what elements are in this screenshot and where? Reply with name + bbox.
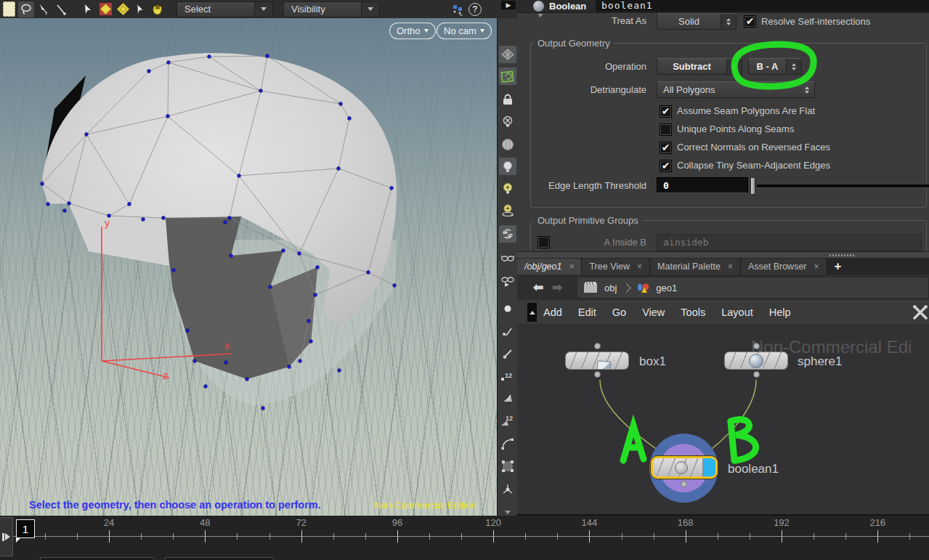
new-page-icon[interactable] — [1, 1, 17, 17]
lighting-bulb-icon[interactable] — [499, 158, 516, 175]
select-mode-arrow[interactable] — [254, 2, 272, 17]
assume-flat-checkbox[interactable]: ✔ — [660, 105, 672, 118]
edge-length-slider-track[interactable] — [757, 184, 929, 188]
box1-label[interactable]: box1 — [639, 354, 666, 369]
material-sphere-icon[interactable] — [499, 136, 516, 153]
menu-scroll-up[interactable] — [527, 303, 537, 322]
tab-material-palette[interactable]: Material Palette × — [650, 259, 741, 275]
line-select-icon[interactable] — [53, 1, 69, 17]
menu-add[interactable]: Add — [543, 307, 562, 318]
normals-icon[interactable] — [499, 481, 516, 498]
detriangulate-label: Detriangulate — [458, 81, 646, 99]
view-glasses-icon[interactable] — [499, 249, 516, 267]
treat-as-spinner[interactable] — [721, 14, 736, 29]
add-light-target-icon[interactable] — [499, 202, 516, 219]
tab-close-icon[interactable]: × — [814, 261, 819, 272]
lasso-select-icon[interactable] — [18, 1, 34, 17]
tab-close-icon[interactable]: × — [569, 261, 574, 272]
tab-asset-browser[interactable]: Asset Browser × — [741, 259, 827, 275]
pointer-select-icon[interactable] — [132, 1, 148, 17]
collapse-edges-label: Collapse Tiny Seam-Adjacent Edges — [677, 159, 830, 171]
prim-markers-icon[interactable] — [499, 390, 516, 407]
boolean1-label[interactable]: boolean1 — [728, 462, 779, 476]
network-editor[interactable]: Non-Commercial Edi box1 sphere — [517, 324, 929, 516]
treat-as-dropdown[interactable]: Solid — [657, 13, 737, 30]
operation-order-spinner[interactable] — [786, 59, 801, 74]
operation-spinner[interactable] — [726, 59, 742, 74]
display-flag[interactable] — [702, 458, 715, 476]
node-sphere1[interactable] — [724, 352, 788, 370]
add-tab-button[interactable]: + — [827, 259, 849, 275]
group-box-icon[interactable] — [499, 458, 516, 475]
current-frame-marker[interactable]: 1 — [16, 519, 35, 538]
output-geometry-title: Output Geometry — [534, 38, 614, 49]
menu-go[interactable]: Go — [612, 307, 626, 318]
sphere1-label[interactable]: sphere1 — [798, 354, 842, 369]
tab-label: /obj/geo1 — [524, 261, 561, 272]
box-icon — [597, 360, 612, 370]
pane-expand-arrow[interactable]: ▶ — [501, 1, 516, 9]
node-name-field[interactable]: boolean1 — [596, 0, 929, 12]
breadcrumb-node[interactable]: geo1 — [656, 283, 677, 293]
collapse-edges-checkbox[interactable]: ✔ — [660, 160, 672, 172]
forward-arrow-icon[interactable]: ➡ — [552, 280, 562, 295]
select-mode-dropdown[interactable]: Select — [177, 1, 273, 17]
correct-normals-checkbox[interactable]: ✔ — [660, 142, 672, 154]
node-boolean1[interactable] — [651, 456, 718, 479]
sphere1-input-dot[interactable] — [753, 343, 760, 349]
prim-numbers-icon[interactable]: 12 — [499, 413, 516, 430]
operation-order-dropdown[interactable]: B - A — [748, 58, 802, 75]
detriangulate-row: Detriangulate All Polygons — [517, 81, 929, 99]
breadcrumb-root[interactable]: obj — [604, 283, 617, 293]
top-toolbar: Select Visibility ? — [0, 0, 517, 19]
a-inside-b-row: A Inside B ainsideb — [517, 234, 929, 251]
frame-range-start-field[interactable] — [40, 557, 154, 560]
tab-close-icon[interactable]: × — [728, 261, 733, 272]
arrow-lasso-icon[interactable] — [36, 1, 52, 17]
paint-select-icon[interactable] — [97, 1, 113, 17]
correct-normals-label: Correct Normals on Reversed Faces — [677, 141, 830, 153]
a-inside-b-label: A Inside B — [458, 234, 646, 251]
back-arrow-icon[interactable]: ⬅ — [533, 280, 543, 295]
menu-edit[interactable]: Edit — [578, 307, 596, 318]
operation-dropdown[interactable]: Subtract — [657, 58, 742, 75]
a-inside-b-field[interactable]: ainsideb — [657, 234, 922, 251]
menu-view[interactable]: View — [642, 307, 665, 318]
obj-context-icon — [583, 281, 599, 294]
resolve-checkbox[interactable]: ✔ — [744, 15, 756, 28]
marker-pen-icon[interactable] — [499, 345, 516, 362]
box1-output-dot[interactable] — [594, 371, 601, 378]
scene-viewport[interactable]: y x z Ortho No cam Select the geometry, … — [0, 18, 497, 516]
boolean1-output-dot[interactable] — [681, 481, 687, 487]
hook-select-icon[interactable] — [499, 323, 516, 341]
visibility-arrow[interactable] — [361, 2, 379, 17]
detriangulate-spinner[interactable] — [800, 82, 814, 97]
menu-layout[interactable]: Layout — [721, 307, 753, 318]
flipbook-glasses-icon[interactable] — [499, 272, 516, 290]
frame-range-end-field[interactable] — [165, 557, 274, 560]
tab-close-icon[interactable]: × — [637, 261, 642, 272]
curve-handles-icon[interactable] — [499, 435, 516, 453]
ortho-view-button[interactable]: Ortho — [389, 23, 436, 39]
detriangulate-dropdown[interactable]: All Polygons — [657, 81, 815, 98]
operation-label: Operation — [458, 58, 646, 76]
unique-points-checkbox[interactable] — [660, 123, 672, 136]
point-numbers-icon[interactable]: 12 — [499, 368, 516, 385]
edge-length-input[interactable]: 0 — [657, 177, 748, 193]
shade-off-bulb-icon[interactable] — [499, 113, 516, 130]
box1-input-dot[interactable] — [594, 343, 601, 349]
show-points-icon[interactable] — [499, 300, 516, 317]
tab-tree-view[interactable]: Tree View × — [582, 259, 650, 275]
cursor-select-icon[interactable] — [80, 1, 96, 17]
menu-tools[interactable]: Tools — [681, 307, 705, 318]
edge-length-slider-handle[interactable] — [750, 177, 755, 195]
tools-wrench-icon[interactable] — [912, 304, 929, 321]
node-box1[interactable] — [565, 352, 629, 370]
sphere1-output-dot[interactable] — [753, 371, 760, 378]
timeline-ruler[interactable]: 24487296120144168192216 — [0, 516, 929, 560]
menu-help[interactable]: Help — [769, 307, 791, 318]
area-select-icon[interactable] — [115, 1, 131, 17]
visibility-dropdown[interactable]: Visibility — [283, 1, 380, 17]
grab-tool-icon[interactable] — [150, 1, 166, 17]
tab-obj-geo1[interactable]: /obj/geo1 × — [517, 259, 582, 275]
